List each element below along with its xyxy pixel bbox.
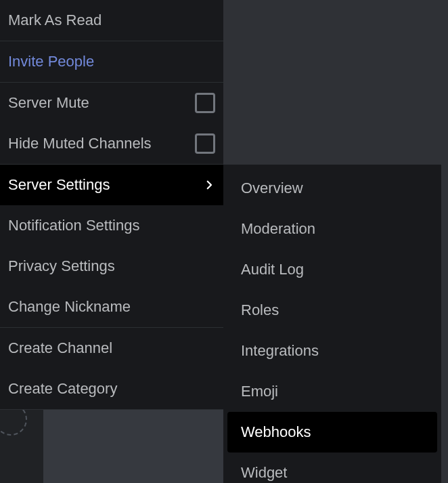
submenu-item-label: Moderation bbox=[241, 220, 315, 238]
menu-item-label: Server Settings bbox=[8, 176, 110, 194]
submenu-item-label: Emoji bbox=[241, 383, 278, 400]
menu-item-create-channel[interactable]: Create Channel bbox=[0, 328, 223, 369]
menu-item-server-settings[interactable]: Server Settings bbox=[0, 165, 223, 205]
submenu-item-label: Audit Log bbox=[241, 261, 304, 278]
menu-item-label: Hide Muted Channels bbox=[8, 135, 152, 152]
menu-item-label: Server Mute bbox=[8, 94, 89, 112]
submenu-item-overview[interactable]: Overview bbox=[227, 168, 437, 209]
submenu-item-integrations[interactable]: Integrations bbox=[227, 331, 437, 371]
menu-divider bbox=[0, 409, 223, 410]
menu-item-label: Privacy Settings bbox=[8, 257, 115, 275]
chevron-right-icon bbox=[203, 179, 215, 191]
menu-item-create-category[interactable]: Create Category bbox=[0, 369, 223, 409]
menu-item-hide-muted-channels[interactable]: Hide Muted Channels bbox=[0, 123, 223, 164]
submenu-item-label: Webhooks bbox=[241, 423, 311, 441]
menu-item-server-mute[interactable]: Server Mute bbox=[0, 83, 223, 123]
checkbox-icon[interactable] bbox=[195, 93, 215, 113]
menu-item-label: Invite People bbox=[8, 53, 94, 70]
menu-item-label: Change Nickname bbox=[8, 298, 131, 316]
checkbox-icon[interactable] bbox=[195, 133, 215, 154]
submenu-item-label: Widget bbox=[241, 464, 287, 482]
submenu-item-moderation[interactable]: Moderation bbox=[227, 209, 437, 249]
menu-item-label: Notification Settings bbox=[8, 217, 139, 234]
submenu-item-roles[interactable]: Roles bbox=[227, 290, 437, 331]
menu-item-label: Create Category bbox=[8, 380, 117, 398]
server-context-menu: Mark As Read Invite People Server Mute H… bbox=[0, 0, 223, 410]
submenu-item-audit-log[interactable]: Audit Log bbox=[227, 249, 437, 290]
submenu-item-webhooks[interactable]: Webhooks bbox=[227, 412, 437, 453]
menu-item-privacy-settings[interactable]: Privacy Settings bbox=[0, 246, 223, 287]
menu-item-notification-settings[interactable]: Notification Settings bbox=[0, 205, 223, 246]
menu-item-change-nickname[interactable]: Change Nickname bbox=[0, 287, 223, 327]
submenu-item-emoji[interactable]: Emoji bbox=[227, 371, 437, 412]
menu-item-mark-as-read[interactable]: Mark As Read bbox=[0, 0, 223, 41]
menu-item-label: Mark As Read bbox=[8, 12, 102, 29]
submenu-item-label: Overview bbox=[241, 180, 303, 197]
menu-item-invite-people[interactable]: Invite People bbox=[0, 41, 223, 82]
server-settings-submenu: Overview Moderation Audit Log Roles Inte… bbox=[223, 165, 441, 483]
submenu-item-label: Roles bbox=[241, 301, 279, 319]
menu-item-label: Create Channel bbox=[8, 339, 112, 357]
submenu-item-label: Integrations bbox=[241, 342, 319, 360]
submenu-item-widget[interactable]: Widget bbox=[227, 453, 437, 483]
